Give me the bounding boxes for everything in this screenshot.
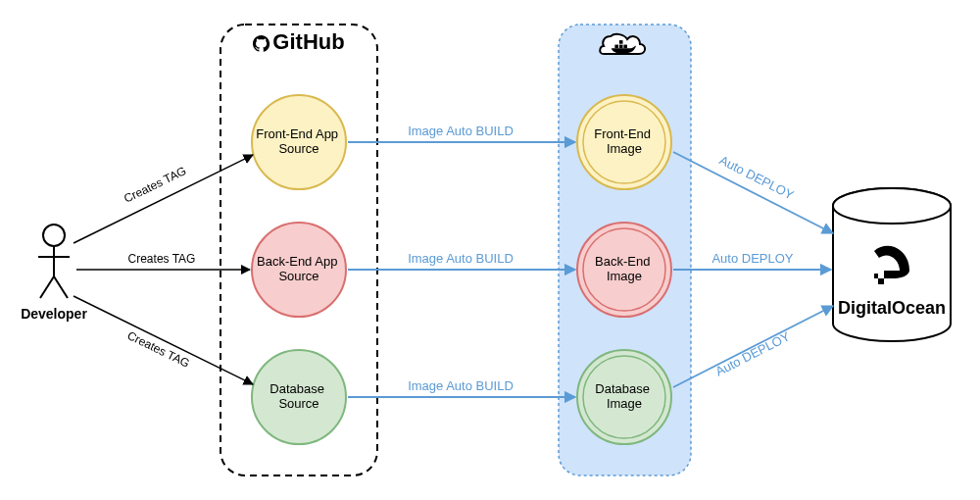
- developer-actor: [38, 225, 70, 298]
- edge-dev-to-db: Creates TAG: [74, 296, 253, 384]
- svg-line-27: [40, 276, 54, 298]
- database-image-label-2: Image: [607, 396, 642, 411]
- svg-line-41: [673, 152, 833, 233]
- database-source-label-2: Source: [278, 396, 318, 411]
- github-title: GitHub: [272, 29, 344, 54]
- svg-rect-7: [878, 278, 884, 284]
- back-end-source-node: Back-End App Source: [252, 223, 346, 317]
- svg-rect-8: [874, 274, 878, 278]
- svg-line-33: [74, 296, 253, 384]
- edge-back-build: Image Auto BUILD: [348, 251, 575, 270]
- developer-label: Developer: [21, 306, 87, 322]
- svg-text:Image Auto BUILD: Image Auto BUILD: [408, 378, 514, 393]
- edge-db-build: Image Auto BUILD: [348, 378, 575, 397]
- database-source-label-1: Database: [270, 381, 324, 396]
- digitalocean-title: DigitalOcean: [838, 298, 946, 318]
- front-end-image-label-1: Front-End: [594, 126, 651, 141]
- svg-rect-3: [619, 40, 623, 44]
- svg-rect-0: [614, 45, 618, 49]
- digitalocean-node: DigitalOcean: [833, 188, 951, 341]
- database-image-node: Database Image: [577, 350, 671, 444]
- front-end-source-label-1: Front-End App: [256, 126, 338, 141]
- svg-point-5: [833, 188, 951, 224]
- back-end-source-label-1: Back-End App: [257, 254, 337, 269]
- edge-back-deploy: Auto DEPLOY: [673, 251, 831, 270]
- front-end-source-node: Front-End App Source: [252, 95, 346, 189]
- svg-point-24: [43, 225, 65, 246]
- svg-rect-6: [884, 271, 892, 278]
- back-end-source-label-2: Source: [278, 269, 318, 283]
- front-end-image-node: Front-End Image: [577, 95, 671, 189]
- edge-dev-to-front: Creates TAG: [74, 155, 253, 243]
- back-end-image-node: Back-End Image: [577, 223, 671, 317]
- svg-rect-2: [623, 45, 627, 49]
- back-end-image-label-2: Image: [607, 269, 642, 283]
- front-end-source-label-2: Source: [278, 141, 318, 156]
- edge-front-build: Image Auto BUILD: [348, 124, 575, 142]
- svg-text:Auto DEPLOY: Auto DEPLOY: [711, 251, 793, 266]
- svg-text:Auto DEPLOY: Auto DEPLOY: [713, 328, 793, 378]
- database-source-node: Database Source: [252, 350, 346, 444]
- svg-text:Image Auto BUILD: Image Auto BUILD: [408, 124, 514, 138]
- edge-db-deploy: Auto DEPLOY: [673, 306, 833, 387]
- database-image-label-1: Database: [595, 381, 650, 396]
- svg-line-29: [74, 155, 253, 243]
- svg-text:Image Auto BUILD: Image Auto BUILD: [408, 251, 514, 266]
- edge-dev-to-back: Creates TAG: [76, 252, 250, 270]
- edge-front-deploy: Auto DEPLOY: [673, 152, 833, 233]
- svg-rect-1: [619, 45, 623, 49]
- github-icon: [253, 35, 270, 52]
- svg-line-28: [54, 276, 68, 298]
- front-end-image-label-2: Image: [607, 141, 642, 156]
- svg-text:Creates TAG: Creates TAG: [128, 252, 196, 266]
- svg-text:Creates TAG: Creates TAG: [122, 164, 188, 206]
- back-end-image-label-1: Back-End: [595, 254, 650, 269]
